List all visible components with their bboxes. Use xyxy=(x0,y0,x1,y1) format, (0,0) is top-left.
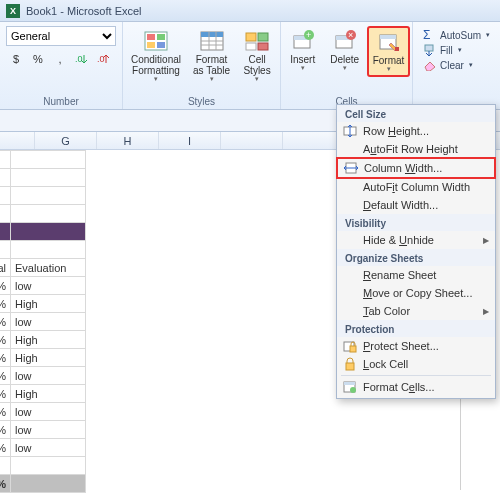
conditional-formatting-button[interactable]: Conditional Formatting ▾ xyxy=(126,26,186,86)
svg-rect-3 xyxy=(147,34,155,40)
table-row: 0%low xyxy=(0,439,86,457)
svg-text:+: + xyxy=(306,30,311,40)
ribbon-group-editing: Σ AutoSum▾ Fill▾ Clear▾ AZ Sort & Filter xyxy=(413,22,500,109)
format-cells-dialog-icon xyxy=(342,380,358,394)
svg-rect-40 xyxy=(344,382,355,385)
chevron-down-icon: ▾ xyxy=(387,65,391,73)
cell-styles-button[interactable]: Cell Styles ▾ xyxy=(237,26,277,86)
table-row: 0%High xyxy=(0,295,86,313)
totals-row: 0% xyxy=(0,475,86,493)
chevron-down-icon: ▾ xyxy=(255,75,259,83)
fill-down-icon xyxy=(423,44,437,56)
svg-rect-26 xyxy=(380,35,396,39)
svg-rect-38 xyxy=(346,363,354,370)
cell-styles-icon xyxy=(243,29,271,53)
col-header[interactable]: G xyxy=(35,132,97,149)
svg-point-41 xyxy=(350,387,356,393)
chevron-down-icon: ▾ xyxy=(301,64,305,72)
group-label-number: Number xyxy=(43,95,79,107)
menu-autofit-row[interactable]: AutoFit Row Height xyxy=(337,140,495,158)
format-as-table-icon xyxy=(198,29,226,53)
svg-rect-5 xyxy=(147,42,155,48)
menu-protect-sheet[interactable]: Protect Sheet... xyxy=(337,337,495,355)
ribbon-group-cells: + Insert ▾ × Delete ▾ Format ▾ Cells xyxy=(281,22,413,109)
menu-hide-unhide[interactable]: Hide & Unhide▶ xyxy=(337,231,495,249)
conditional-formatting-icon xyxy=(142,29,170,53)
svg-rect-6 xyxy=(157,42,165,48)
table-row: 0%low xyxy=(0,313,86,331)
svg-text:×: × xyxy=(348,30,353,40)
menu-section-visibility: Visibility xyxy=(337,214,495,231)
svg-text:.0: .0 xyxy=(75,54,83,64)
percent-format-button[interactable]: % xyxy=(28,49,48,69)
ribbon-group-number: General $ % , .0 .0 Number xyxy=(0,22,123,109)
submenu-arrow-icon: ▶ xyxy=(483,236,489,245)
table-row: 0%High xyxy=(0,331,86,349)
menu-section-cell-size: Cell Size xyxy=(337,105,495,122)
svg-rect-14 xyxy=(258,33,268,41)
menu-row-height[interactable]: Row Height... xyxy=(337,122,495,140)
chevron-down-icon: ▾ xyxy=(210,75,214,83)
menu-move-copy[interactable]: Move or Copy Sheet... xyxy=(337,284,495,302)
ribbon-group-styles: Conditional Formatting ▾ Format as Table… xyxy=(123,22,281,109)
svg-rect-29 xyxy=(425,45,433,51)
comma-format-button[interactable]: , xyxy=(50,49,70,69)
menu-lock-cell[interactable]: Lock Cell xyxy=(337,355,495,373)
data-table: al Evaluation 0%low 0%High 0%low 0%High … xyxy=(0,150,86,493)
menu-tab-color[interactable]: Tab Color▶ xyxy=(337,302,495,320)
decrease-decimal-button[interactable]: .0 xyxy=(94,49,114,69)
svg-rect-13 xyxy=(246,33,256,41)
chevron-down-icon: ▾ xyxy=(343,64,347,72)
column-width-icon xyxy=(343,161,359,175)
number-format-select[interactable]: General xyxy=(6,26,116,46)
fill-button[interactable]: Fill▾ xyxy=(421,43,492,57)
protect-sheet-icon xyxy=(342,339,358,353)
table-row: 0%low xyxy=(0,403,86,421)
insert-button[interactable]: + Insert ▾ xyxy=(283,26,323,75)
table-row: 0%low xyxy=(0,421,86,439)
insert-cells-icon: + xyxy=(289,29,317,53)
excel-icon: X xyxy=(6,4,20,18)
table-row: 0%low xyxy=(0,277,86,295)
svg-rect-15 xyxy=(246,43,256,50)
format-button[interactable]: Format ▾ xyxy=(367,26,411,77)
delete-button[interactable]: × Delete ▾ xyxy=(325,26,365,75)
menu-format-cells[interactable]: Format Cells... xyxy=(337,378,495,396)
menu-section-organize: Organize Sheets xyxy=(337,249,495,266)
menu-rename-sheet[interactable]: Rename Sheet xyxy=(337,266,495,284)
svg-rect-16 xyxy=(258,43,268,50)
format-cells-icon xyxy=(375,30,403,54)
svg-text:.0: .0 xyxy=(97,54,105,64)
accounting-format-button[interactable]: $ xyxy=(6,49,26,69)
svg-rect-8 xyxy=(201,32,223,37)
col-header[interactable]: H xyxy=(97,132,159,149)
col-header-eval: Evaluation xyxy=(11,259,86,277)
format-as-table-button[interactable]: Format as Table ▾ xyxy=(188,26,235,86)
table-row: 0%low xyxy=(0,367,86,385)
submenu-arrow-icon: ▶ xyxy=(483,307,489,316)
ribbon: General $ % , .0 .0 Number Cond xyxy=(0,22,500,110)
increase-decimal-button[interactable]: .0 xyxy=(72,49,92,69)
menu-section-protection: Protection xyxy=(337,320,495,337)
col-header[interactable]: I xyxy=(159,132,221,149)
format-dropdown-menu: Cell Size Row Height... AutoFit Row Heig… xyxy=(336,104,496,399)
title-bar: X Book1 - Microsoft Excel xyxy=(0,0,500,22)
autosum-button[interactable]: Σ AutoSum▾ xyxy=(421,28,492,42)
menu-autofit-column[interactable]: AutoFit Column Width xyxy=(337,178,495,196)
menu-default-width[interactable]: Default Width... xyxy=(337,196,495,214)
lock-icon xyxy=(342,357,358,371)
table-row: 0%High xyxy=(0,349,86,367)
svg-text:Σ: Σ xyxy=(423,29,430,41)
group-label-styles: Styles xyxy=(188,95,215,107)
window-title: Book1 - Microsoft Excel xyxy=(26,5,142,17)
row-height-icon xyxy=(342,124,358,138)
col-header[interactable] xyxy=(221,132,283,149)
clear-button[interactable]: Clear▾ xyxy=(421,58,492,72)
menu-column-width[interactable]: Column Width... xyxy=(336,157,496,179)
svg-rect-4 xyxy=(157,34,165,40)
sigma-icon: Σ xyxy=(423,29,437,41)
col-header-pct: al xyxy=(0,259,11,277)
chevron-down-icon: ▾ xyxy=(154,75,158,83)
svg-rect-27 xyxy=(395,47,399,51)
svg-rect-37 xyxy=(350,346,356,352)
